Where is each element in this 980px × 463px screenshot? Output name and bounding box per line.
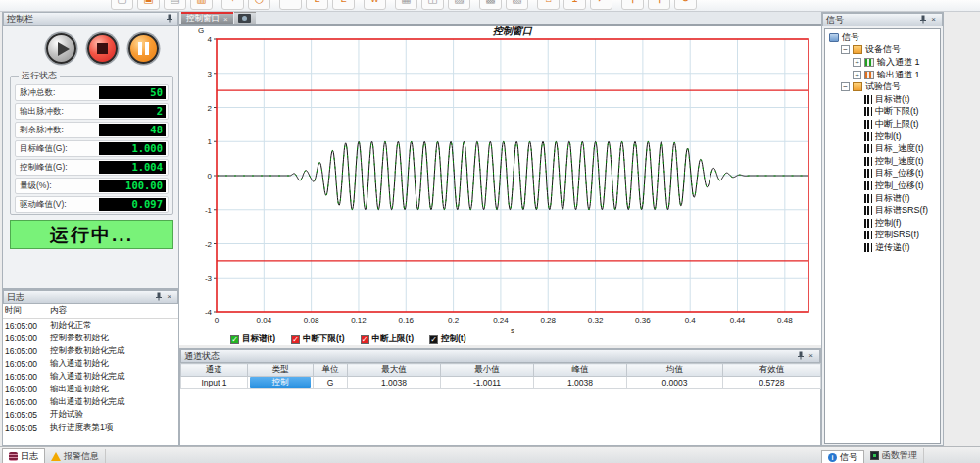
signal-panel: 信号 × 信号−设备信号+输入通道 1+输出通道 1−试验信号目标谱(t)中断下… xyxy=(821,12,944,446)
toolbar-timer-icon[interactable]: ◔ xyxy=(279,0,302,10)
tree-item[interactable]: 中断下限(t) xyxy=(825,106,940,119)
tree-item[interactable]: 控制_位移(t) xyxy=(825,180,940,192)
run-status-fields: 脉冲总数:50输出脉冲数:2剩余脉冲数:48目标峰值(G):1.000控制峰值(… xyxy=(15,84,169,213)
toolbar-export-icon[interactable]: ↥ xyxy=(564,0,586,10)
tree-item[interactable]: 目标谱(t) xyxy=(825,93,940,106)
toolbar-undo-icon[interactable]: ↺ xyxy=(674,0,697,10)
log-row[interactable]: 16:05:05执行进度表第1项 xyxy=(3,421,178,434)
tree-item[interactable]: 目标_位移(t) xyxy=(825,168,940,180)
status-field-label: 量级(%): xyxy=(20,180,99,192)
toolbar-clock-icon[interactable]: ◷ xyxy=(248,0,270,10)
tree-item[interactable]: +输入通道 1 xyxy=(825,56,940,69)
status-field-label: 驱动峰值(V): xyxy=(20,199,99,211)
toolbar-save-all-icon[interactable]: ▥ xyxy=(190,0,213,10)
play-icon xyxy=(58,42,70,56)
pin-icon[interactable] xyxy=(164,14,174,25)
toolbar-open-icon[interactable]: ▣ xyxy=(137,0,160,10)
toolbar-zoom-in-icon[interactable]: ⚲ xyxy=(621,0,644,10)
transport-controls xyxy=(3,26,178,64)
toolbar-wav-icon[interactable]: w xyxy=(364,0,386,10)
toolbar-zoom-out-icon[interactable]: ⚲ xyxy=(648,0,670,10)
log-column-header: 内容 xyxy=(48,304,178,319)
log-row[interactable]: 16:05:00初始化正常 xyxy=(3,319,178,333)
channel-cell: 0.5728 xyxy=(723,377,821,389)
pin-icon[interactable] xyxy=(917,15,928,26)
toolbar-level-2-icon[interactable]: L xyxy=(332,0,355,10)
toolbar-save-icon[interactable]: ▤ xyxy=(164,0,186,10)
toolbar-grid-2-icon[interactable]: ◫ xyxy=(421,0,444,10)
log-row[interactable]: 16:05:00输入通道初始化完成 xyxy=(3,370,178,383)
stop-button[interactable] xyxy=(87,33,118,64)
tab-control-window[interactable]: 控制窗口 × xyxy=(181,12,233,24)
log-time-cell: 16:05:05 xyxy=(3,421,48,434)
legend-checkbox[interactable]: ✓ xyxy=(429,335,438,344)
x-tick-label: 0.4 xyxy=(685,316,697,325)
close-icon[interactable]: × xyxy=(928,15,939,26)
bottom-left-tab-log[interactable]: 日志 xyxy=(2,448,45,463)
log-row[interactable]: 16:05:00控制参数初始化 xyxy=(3,332,178,344)
pin-icon[interactable] xyxy=(153,292,164,303)
screenshot-tab[interactable] xyxy=(234,12,256,24)
pin-icon[interactable] xyxy=(795,351,806,362)
tree-item[interactable]: 控制(f) xyxy=(825,217,940,230)
channel-type-chip[interactable]: 控制 xyxy=(250,377,311,388)
status-field-row: 驱动峰值(V):0.097 xyxy=(15,196,169,213)
toolbar-star-icon[interactable]: ✦ xyxy=(221,0,244,10)
log-row[interactable]: 16:05:00输出通道初始化完成 xyxy=(3,395,178,408)
toolbar-link-1-icon[interactable]: ⌂ xyxy=(537,0,560,10)
log-row[interactable]: 16:05:05开始试验 xyxy=(3,408,178,421)
toolbar-grid-3-icon[interactable]: ▨ xyxy=(448,0,470,10)
channel-row[interactable]: Input 1控制G1.0038-1.00111.00380.00030.572… xyxy=(181,377,821,389)
tree-item[interactable]: +输出通道 1 xyxy=(825,69,940,81)
toolbar-pop-out-icon[interactable]: ↗ xyxy=(590,0,612,10)
tree-expander-minus-icon[interactable]: − xyxy=(841,82,850,91)
tree-item[interactable]: −设备信号 xyxy=(825,44,940,57)
close-icon[interactable]: × xyxy=(806,351,816,362)
legend-checkbox[interactable]: ✓ xyxy=(291,335,300,344)
tree-item-label: 目标谱SRS(f) xyxy=(875,204,928,217)
tree-item-label: 输出通道 1 xyxy=(877,69,920,81)
pause-button[interactable] xyxy=(128,33,159,64)
legend-checkbox[interactable]: ✓ xyxy=(361,335,369,344)
bottom-right-tab-function[interactable]: 函数管理 xyxy=(864,448,924,463)
tree-item[interactable]: 逆传递(f) xyxy=(825,241,940,254)
channel-column-header: 通道 xyxy=(181,364,248,377)
tree-item[interactable]: 控制(t) xyxy=(825,130,940,143)
status-field-row: 控制峰值(G):1.004 xyxy=(15,159,169,176)
play-button[interactable] xyxy=(46,33,76,64)
tree-item-label: 试验信号 xyxy=(865,80,901,93)
tree-item[interactable]: 中断上限(t) xyxy=(825,118,940,130)
log-row[interactable]: 16:05:00输入通道初始化 xyxy=(3,357,178,370)
x-tick-label: 0.36 xyxy=(635,316,651,325)
log-row[interactable]: 16:05:00控制参数初始化完成 xyxy=(3,344,178,357)
bottom-left-tab-warning[interactable]: 报警信息 xyxy=(45,449,106,463)
tree-item[interactable]: 信号 xyxy=(825,31,940,44)
tree-item[interactable]: −试验信号 xyxy=(825,80,940,93)
tree-expander-minus-icon[interactable]: − xyxy=(841,45,850,54)
tree-item[interactable]: 目标_速度(t) xyxy=(825,142,940,155)
x-tick-label: 0.28 xyxy=(540,316,556,325)
tree-item[interactable]: 控制SRS(f) xyxy=(825,230,940,242)
legend-item: ✓中断上限(t) xyxy=(361,334,415,345)
channel-panel-title: 通道状态 xyxy=(184,350,795,363)
status-field-value: 0.097 xyxy=(99,198,166,211)
tree-item[interactable]: 目标谱SRS(f) xyxy=(825,204,940,217)
tree-expander-plus-icon[interactable]: + xyxy=(853,58,861,67)
status-field-label: 剩余脉冲数: xyxy=(20,125,99,136)
legend-checkbox[interactable]: ✓ xyxy=(230,335,239,344)
close-icon[interactable]: × xyxy=(164,292,174,303)
tree-item[interactable]: 目标谱(f) xyxy=(825,192,940,205)
toolbar-chart-1-icon[interactable]: ▩ xyxy=(479,0,502,10)
log-row[interactable]: 16:05:00输出通道初始化 xyxy=(3,383,178,395)
channel-column-header: 最小值 xyxy=(441,364,534,377)
toolbar-level-1-icon[interactable]: L xyxy=(306,0,328,10)
y-tick-label: 3 xyxy=(208,70,213,78)
tree-expander-plus-icon[interactable]: + xyxy=(853,71,861,79)
toolbar-grid-1-icon[interactable]: ▦ xyxy=(395,0,417,10)
toolbar-new-icon[interactable]: ▢ xyxy=(111,0,133,10)
bottom-right-tab-info[interactable]: i信号 xyxy=(821,450,864,463)
signal-icon xyxy=(864,206,872,215)
tab-close-icon[interactable]: × xyxy=(223,15,228,24)
toolbar-chart-2-icon[interactable]: ▧ xyxy=(506,0,528,10)
tree-item[interactable]: 控制_速度(t) xyxy=(825,155,940,168)
